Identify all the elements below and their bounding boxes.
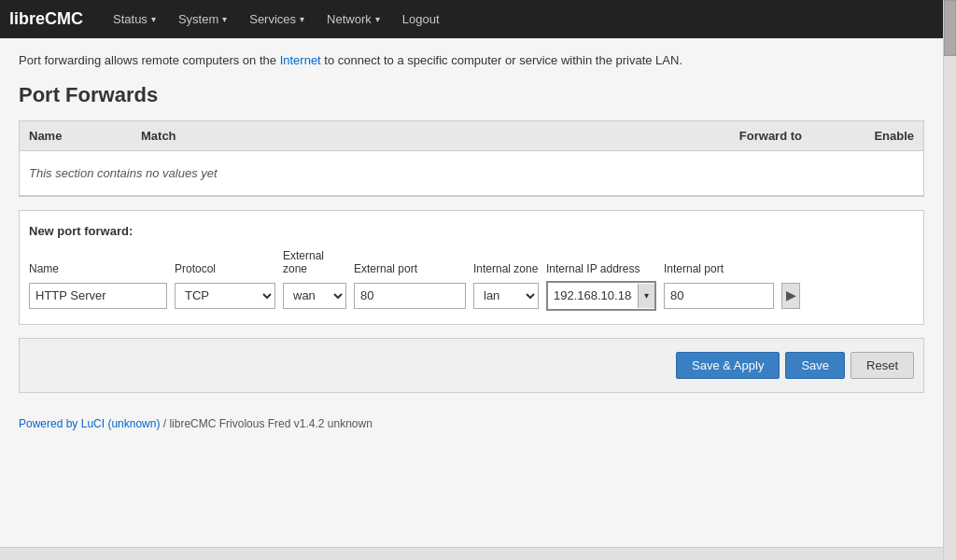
form-col-intip-label: Internal IP address bbox=[546, 262, 656, 275]
port-forwards-table: Name Match Forward to Enable This sectio… bbox=[19, 120, 924, 197]
nav-network[interactable]: Network ▾ bbox=[316, 0, 391, 38]
services-dropdown-arrow: ▾ bbox=[300, 14, 304, 24]
navbar: libreCMC Status ▾ System ▾ Services ▾ Ne… bbox=[0, 0, 956, 38]
scrollbar-thumb[interactable] bbox=[944, 0, 956, 56]
nav-services[interactable]: Services ▾ bbox=[238, 0, 316, 38]
nav-logout[interactable]: Logout bbox=[391, 0, 451, 38]
page-title: Port Forwards bbox=[19, 83, 924, 107]
internal-ip-field[interactable] bbox=[548, 283, 638, 309]
reset-button[interactable]: Reset bbox=[851, 352, 914, 379]
internal-zone-select[interactable]: lan wan bbox=[473, 283, 539, 309]
col-header-forward: Forward to bbox=[739, 129, 802, 143]
internal-ip-wrapper: ▾ bbox=[546, 281, 656, 311]
system-dropdown-arrow: ▾ bbox=[222, 14, 227, 24]
internet-link[interactable]: Internet bbox=[280, 53, 321, 67]
more-options-button[interactable]: ▶ bbox=[781, 283, 800, 309]
network-dropdown-arrow: ▾ bbox=[375, 14, 380, 24]
form-col-extport-label: External port bbox=[354, 262, 466, 275]
form-col-extzone-label: External zone bbox=[283, 249, 346, 275]
name-field[interactable] bbox=[29, 283, 167, 309]
nav-system[interactable]: System ▾ bbox=[167, 0, 238, 38]
action-bar: Save & Apply Save Reset bbox=[19, 338, 924, 393]
form-col-intport-label: Internal port bbox=[664, 262, 774, 275]
internal-port-field[interactable] bbox=[664, 283, 774, 309]
new-port-forward-section: New port forward: Name Protocol External… bbox=[19, 210, 924, 325]
internal-ip-dropdown-btn[interactable]: ▾ bbox=[638, 284, 654, 308]
empty-message: This section contains no values yet bbox=[20, 151, 923, 196]
footer: Powered by LuCI (unknown) / libreCMC Fri… bbox=[0, 406, 943, 441]
form-col-protocol-label: Protocol bbox=[175, 262, 275, 275]
vertical-scrollbar[interactable] bbox=[943, 0, 956, 441]
main-content: Port forwarding allows remote computers … bbox=[0, 38, 943, 406]
save-button[interactable]: Save bbox=[785, 352, 845, 379]
new-forward-title: New port forward: bbox=[29, 224, 914, 238]
col-header-enable: Enable bbox=[858, 129, 914, 143]
status-dropdown-arrow: ▾ bbox=[151, 14, 156, 24]
col-header-match: Match bbox=[141, 129, 739, 143]
info-paragraph: Port forwarding allows remote computers … bbox=[19, 51, 924, 70]
form-col-name-label: Name bbox=[29, 262, 167, 275]
brand: libreCMC bbox=[9, 9, 83, 29]
save-apply-button[interactable]: Save & Apply bbox=[676, 352, 780, 379]
footer-luci-link[interactable]: Powered by LuCI (unknown) bbox=[19, 417, 160, 430]
nav-status[interactable]: Status ▾ bbox=[102, 0, 167, 38]
form-column-headers: Name Protocol External zone External por… bbox=[29, 249, 914, 275]
form-col-intzone-label: Internal zone bbox=[473, 262, 539, 275]
protocol-select[interactable]: TCP UDP TCP+UDP bbox=[175, 283, 275, 309]
form-input-row: TCP UDP TCP+UDP wan lan lan wan ▾ ▶ bbox=[29, 281, 914, 311]
external-port-field[interactable] bbox=[354, 283, 466, 309]
external-zone-select[interactable]: wan lan bbox=[283, 283, 346, 309]
col-header-name: Name bbox=[29, 129, 141, 143]
table-header-row: Name Match Forward to Enable bbox=[20, 121, 923, 151]
